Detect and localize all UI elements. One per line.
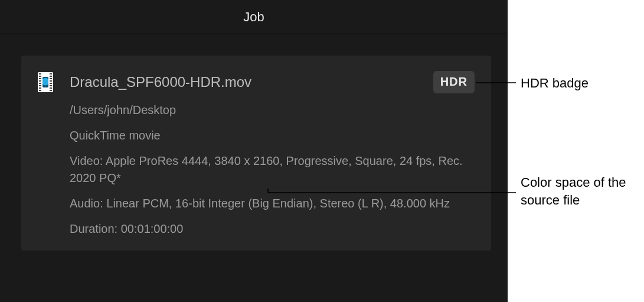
callout-leader-lines (0, 0, 644, 302)
callout-colorspace: Color space of the source file (521, 174, 639, 209)
callout-hdr-badge: HDR badge (521, 74, 589, 92)
